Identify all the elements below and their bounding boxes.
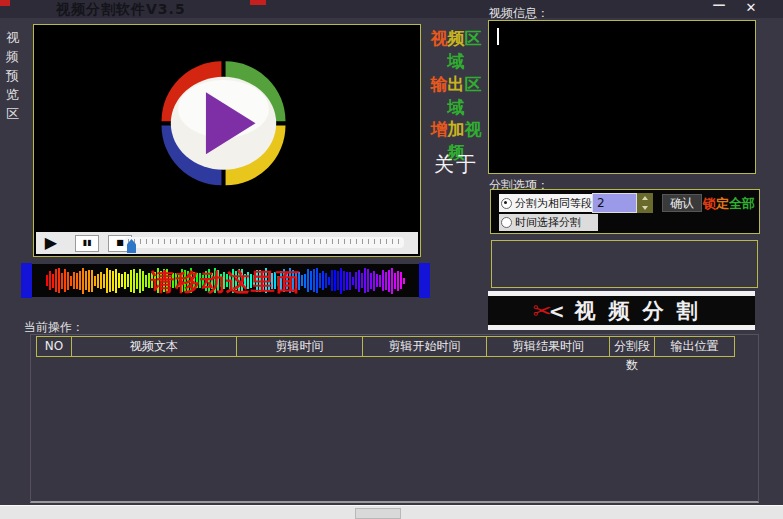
video-preview-panel: ▶ ▮▮ ■	[33, 24, 421, 257]
split-options-box: 分割为相同等段 2 确认 锁定全部 时间选择分割	[490, 189, 760, 234]
player-control-bar: ▶ ▮▮ ■	[36, 232, 418, 254]
preview-area-label: 视频预览区	[6, 28, 21, 123]
banner-title: 视频分割	[575, 297, 711, 325]
slider-ticks	[128, 239, 400, 244]
col-clip-time: 剪辑时间	[236, 336, 363, 357]
banner-bottom-strip	[488, 325, 755, 330]
lock-all-char: 全	[729, 196, 742, 211]
radio-equal-segments[interactable]: 分割为相同等段	[499, 194, 598, 212]
col-clip-start-time: 剪辑开始时间	[362, 336, 487, 357]
play-button[interactable]: ▶	[36, 233, 66, 253]
col-clip-result-time: 剪辑结果时间	[486, 336, 610, 357]
scissors-blade-glyph: <	[549, 300, 565, 322]
title-bar: 视频分割软件V3.5 — ✕	[0, 0, 783, 18]
drag-hint-text: 请移动这里面	[32, 266, 419, 297]
window-title: 视频分割软件V3.5	[56, 1, 186, 19]
wave-right-marker[interactable]	[419, 263, 430, 298]
col-output-location: 输出位置	[654, 336, 735, 357]
lock-all-char: 部	[742, 196, 755, 211]
radio-off-icon[interactable]	[501, 217, 512, 228]
col-no: NO	[36, 336, 72, 357]
radio-time-split[interactable]: 时间选择分割	[499, 214, 598, 231]
add-video-char: 加	[448, 119, 465, 139]
waveform-strip[interactable]: 请移动这里面	[32, 264, 419, 297]
col-segment-count: 分割段数	[609, 336, 655, 357]
text-cursor	[497, 28, 499, 45]
wave-left-marker[interactable]	[21, 263, 32, 298]
lock-all-button[interactable]: 锁定全部	[700, 195, 758, 213]
segments-count-input[interactable]: 2	[592, 193, 637, 213]
video-area-button[interactable]: 视频区域	[423, 27, 489, 73]
video-area-char: 域	[448, 51, 465, 71]
add-video-char: 视	[465, 119, 482, 139]
lock-all-char: 锁	[703, 196, 716, 211]
output-area-char: 域	[448, 97, 465, 117]
col-video-text: 视频文本	[71, 336, 237, 357]
seek-slider[interactable]	[124, 237, 404, 248]
output-area-button[interactable]: 输出区域	[423, 73, 489, 119]
confirm-button[interactable]: 确认	[662, 194, 702, 212]
output-area-char: 输	[431, 74, 448, 94]
output-area-char: 出	[448, 74, 465, 94]
radio-dot	[504, 201, 507, 204]
table-header-row: NO 视频文本 剪辑时间 剪辑开始时间 剪辑结果时间 分割段数 输出位置	[36, 336, 735, 357]
add-video-char: 增	[431, 119, 448, 139]
pause-button[interactable]: ▮▮	[75, 235, 99, 252]
radio-time-label: 时间选择分割	[515, 215, 581, 230]
banner-main: ✂ < 视频分割	[488, 296, 755, 325]
video-area-char: 频	[448, 28, 465, 48]
red-record-mark	[250, 0, 266, 5]
radio-equal-label: 分割为相同等段	[515, 196, 592, 211]
lock-all-char: 定	[716, 196, 729, 211]
selection-result-box	[491, 240, 758, 288]
radio-on-icon[interactable]	[501, 198, 512, 209]
table-body	[32, 357, 757, 500]
close-button[interactable]: ✕	[740, 0, 762, 14]
spinner-up-icon[interactable]	[642, 196, 648, 200]
red-record-mark	[0, 0, 10, 6]
video-info-box[interactable]	[488, 20, 756, 174]
output-area-char: 区	[465, 74, 482, 94]
video-area-char: 区	[465, 28, 482, 48]
app-banner: ✂ < 视频分割	[488, 291, 755, 330]
scrollbar-thumb[interactable]	[355, 508, 401, 519]
minimize-button[interactable]: —	[708, 0, 730, 11]
operations-table: NO 视频文本 剪辑时间 剪辑开始时间 剪辑结果时间 分割段数 输出位置	[30, 334, 759, 503]
media-player-logo-icon	[146, 55, 301, 204]
about-button[interactable]: 关于	[423, 151, 489, 178]
segments-spinner[interactable]	[637, 193, 653, 213]
video-area-char: 视	[431, 28, 448, 48]
spinner-down-icon[interactable]	[642, 206, 648, 210]
horizontal-scrollbar[interactable]	[0, 505, 783, 519]
